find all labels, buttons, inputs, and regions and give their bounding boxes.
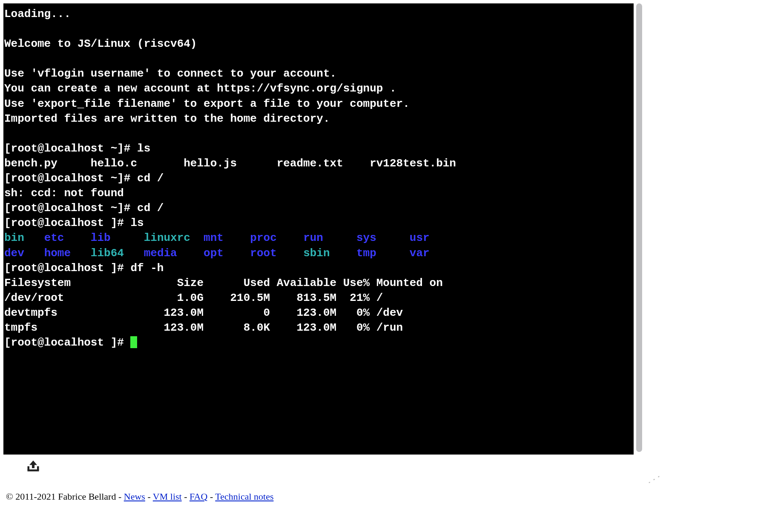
dir-entry: sys: [356, 232, 410, 244]
terminal-scrollbar[interactable]: [635, 3, 645, 455]
dir-entry: run: [303, 232, 356, 244]
dir-entry: lib64: [91, 247, 144, 260]
cmd-ls-root: ls: [130, 217, 144, 229]
cmd-ls-home: ls: [137, 142, 150, 155]
dir-entry: sbin: [303, 247, 356, 260]
footer-link-news[interactable]: News: [124, 491, 145, 502]
help-line-3: Use 'export_file filename' to export a f…: [4, 97, 410, 110]
cmd-cd-typo: cd /: [137, 172, 164, 185]
dir-entry: etc: [44, 232, 91, 244]
scrollbar-thumb[interactable]: [636, 3, 642, 452]
ls-root-row-1: bin etc lib linuxrc mnt proc run sys usr: [4, 232, 430, 244]
help-line-2: You can create a new account at https://…: [4, 82, 396, 95]
prompt: [root@localhost ]#: [4, 262, 130, 275]
footer-link-faq[interactable]: FAQ: [189, 491, 207, 502]
welcome-line: Welcome to JS/Linux (riscv64): [4, 37, 197, 50]
df-header: Filesystem Size Used Available Use% Moun…: [4, 277, 443, 289]
footer-sep: -: [145, 491, 153, 502]
dir-entry: linuxrc: [144, 232, 204, 244]
cursor: [130, 336, 137, 348]
svg-rect-1: [28, 466, 30, 470]
dir-entry: media: [144, 247, 204, 260]
help-line-4: Imported files are written to the home d…: [4, 112, 330, 125]
loading-line: Loading...: [4, 8, 71, 20]
footer-link-vmlist[interactable]: VM list: [153, 491, 182, 502]
dir-entry: dev: [4, 247, 44, 260]
error-line: sh: ccd: not found: [4, 187, 124, 200]
df-row: /dev/root 1.0G 210.5M 813.5M 21% /: [4, 292, 383, 304]
dir-entry: lib: [91, 232, 144, 244]
dir-entry: bin: [4, 232, 44, 244]
cmd-df: df -h: [130, 262, 164, 275]
resize-grip-icon[interactable]: ⋰: [648, 474, 659, 484]
prompt: [root@localhost ~]#: [4, 142, 137, 155]
cmd-cd: cd /: [137, 202, 164, 215]
terminal-output[interactable]: Loading... Welcome to JS/Linux (riscv64)…: [3, 3, 634, 455]
prompt: [root@localhost ~]#: [4, 172, 137, 185]
df-row: devtmpfs 123.0M 0 123.0M 0% /dev: [4, 306, 403, 319]
copyright-text: © 2011-2021 Fabrice Bellard -: [6, 491, 124, 502]
footer-sep: -: [207, 491, 215, 502]
upload-icon[interactable]: [26, 466, 41, 474]
dir-entry: home: [44, 247, 91, 260]
dir-entry: proc: [250, 232, 303, 244]
footer-sep: -: [182, 491, 189, 502]
dir-entry: root: [250, 247, 303, 260]
footer-link-technotes[interactable]: Technical notes: [215, 491, 273, 502]
prompt: [root@localhost ]#: [4, 336, 130, 349]
dir-entry: tmp: [356, 247, 410, 260]
dir-entry: var: [410, 247, 430, 260]
df-row: tmpfs 123.0M 8.0K 123.0M 0% /run: [4, 321, 403, 334]
help-line-1: Use 'vflogin username' to connect to you…: [4, 67, 336, 80]
dir-entry: opt: [204, 247, 250, 260]
ls-home-output: bench.py hello.c hello.js readme.txt rv1…: [4, 157, 456, 170]
dir-entry: mnt: [204, 232, 250, 244]
svg-rect-2: [37, 466, 39, 470]
prompt: [root@localhost ]#: [4, 217, 130, 229]
ls-root-row-2: dev home lib64 media opt root sbin tmp v…: [4, 247, 430, 260]
prompt: [root@localhost ~]#: [4, 202, 137, 215]
dir-entry: usr: [410, 232, 430, 244]
